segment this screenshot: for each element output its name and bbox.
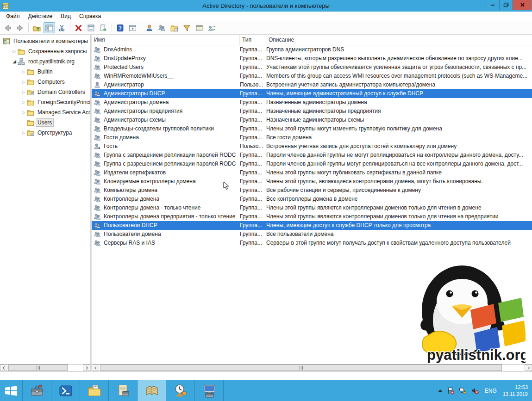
cut-button[interactable]	[56, 22, 68, 33]
tree-expander-icon[interactable]: ▷	[20, 87, 27, 97]
table-row[interactable]: DnsUpdateProxyГруппа...DNS-клиенты, кото…	[92, 54, 532, 63]
table-row[interactable]: Protected UsersГруппа...Участникам этой …	[92, 63, 532, 72]
set-filter-button[interactable]	[181, 22, 193, 33]
restore-button[interactable]	[499, 0, 513, 10]
tree-item-сохраненные-запросы[interactable]: ▷Сохраненные запросы	[0, 46, 90, 56]
tree-expander-icon[interactable]: ◢	[11, 56, 18, 67]
list-scroll-right-button[interactable]	[525, 364, 532, 371]
cell-name: Администраторы предприятия	[92, 107, 240, 116]
ad-users-and-computers-button[interactable]	[138, 380, 166, 401]
new-window-button[interactable]	[127, 22, 138, 33]
tree-item-computers[interactable]: ▷Computers	[0, 77, 90, 87]
list-scroll-left-button[interactable]	[92, 364, 99, 371]
list-scroll-thumb[interactable]	[100, 364, 502, 371]
action-center-button[interactable]	[447, 387, 455, 395]
show-console-tree-button[interactable]	[44, 22, 55, 33]
table-row[interactable]: Группа с разрешением репликации паролей …	[92, 160, 532, 168]
tree-scroll-thumb[interactable]	[8, 364, 68, 371]
up-one-level-button[interactable]	[31, 22, 43, 33]
table-row[interactable]: Администраторы DHCPГруппа...Члены, имеющ…	[92, 89, 532, 98]
tree-item-root.pyatilistnik.org[interactable]: ◢root.pyatilistnik.org	[0, 56, 90, 67]
tree-item-builtin[interactable]: ▷Builtin	[0, 67, 90, 77]
language-indicator[interactable]: ENG	[483, 388, 499, 394]
table-row[interactable]: Администраторы предприятияГруппа...Назна…	[92, 107, 532, 116]
create-group-button[interactable]	[156, 22, 168, 33]
menu-item-2[interactable]: Вид	[56, 12, 75, 20]
tree-item-users[interactable]: Users	[0, 117, 90, 128]
help-icon: ?	[116, 24, 124, 32]
table-row[interactable]: Администраторы схемыГруппа...Назначенные…	[92, 116, 532, 124]
tree-item-foreignsecurityprincipals[interactable]: ▷ForeignSecurityPrincipals	[0, 97, 90, 107]
group-policy-management-button[interactable]	[109, 380, 138, 401]
object-description: DNS-клиенты, которым разрешено выполнять…	[266, 54, 532, 63]
object-type: Группа...	[240, 89, 266, 98]
group-icon	[94, 213, 101, 220]
computer-management-button[interactable]	[195, 380, 224, 401]
table-row[interactable]: Контроллеры домена - только чтениеГруппа…	[92, 204, 532, 212]
file-explorer-button[interactable]	[80, 380, 109, 401]
tree-horizontal-scrollbar[interactable]	[0, 364, 90, 371]
table-row[interactable]: Пользователи DHCPГруппа...Члены, имеющие…	[92, 221, 532, 230]
refresh-membership-button[interactable]	[206, 22, 218, 33]
list-horizontal-scrollbar[interactable]	[92, 364, 532, 371]
server-manager-button[interactable]	[23, 380, 51, 401]
powershell-button[interactable]	[51, 380, 80, 401]
table-row[interactable]: Серверы RAS и IASГруппа...Серверы в этой…	[92, 239, 532, 247]
tree-expander-icon[interactable]: ▷	[20, 67, 27, 77]
tree-scroll-left-button[interactable]	[0, 364, 7, 371]
taskbar-clock[interactable]: 12:53 13.11.2019	[503, 384, 528, 398]
table-row[interactable]: АдминистраторПользо...Встроенная учетная…	[92, 80, 532, 89]
table-row[interactable]: Группа с запрещением репликации паролей …	[92, 151, 532, 160]
start-button[interactable]	[0, 380, 23, 401]
table-row[interactable]: WinRMRemoteWMIUsers__Группа...Members of…	[92, 72, 532, 80]
task-scheduler-button[interactable]	[166, 380, 195, 401]
table-row[interactable]: Контроллеры домена предприятия - только …	[92, 212, 532, 221]
table-row[interactable]: Владельцы-создатели групповой политикиГр…	[92, 124, 532, 133]
tree-item-оргструктура[interactable]: ▷Оргструктура	[0, 128, 90, 138]
tree-item-domain-controllers[interactable]: ▷Domain Controllers	[0, 87, 90, 97]
list-scroll-track[interactable]	[99, 364, 525, 371]
tree-item-пользователи-и-компьютеры[interactable]: Пользователи и компьютеры	[0, 36, 90, 46]
tree-expander-icon[interactable]: ▷	[20, 77, 27, 87]
minimize-button[interactable]	[486, 0, 499, 10]
menu-item-0[interactable]: Файл	[2, 12, 24, 20]
forward-button[interactable]	[14, 22, 26, 33]
table-row[interactable]: Издатели сертификатовГруппа...Члены этой…	[92, 168, 532, 177]
export-list-button[interactable]	[98, 22, 109, 33]
tree-scroll-track[interactable]	[7, 364, 83, 371]
column-header-0[interactable]: Имя	[92, 35, 240, 45]
table-row[interactable]: Пользователи доменаГруппа...Все пользова…	[92, 230, 532, 239]
menu-item-3[interactable]: Справка	[75, 12, 105, 20]
create-ou-button[interactable]	[169, 22, 180, 33]
delete-button[interactable]	[73, 22, 84, 33]
menu-item-1[interactable]: Действие	[24, 12, 57, 20]
title-bar[interactable]: Active Directory - пользователи и компью…	[0, 0, 532, 12]
tree-expander-icon[interactable]: ▷	[20, 128, 27, 138]
tree-item-managed-service-accounts[interactable]: ▷Managed Service Accounts	[0, 107, 90, 117]
tray-expand-chevron-icon[interactable]	[438, 389, 443, 392]
tree-expander-icon[interactable]: ▷	[20, 107, 27, 117]
tree-expander-icon[interactable]: ▷	[20, 97, 27, 107]
view-options-button[interactable]	[194, 22, 205, 33]
column-header-1[interactable]: Тип	[240, 35, 266, 45]
table-row[interactable]: DnsAdminsГруппа...Группа администраторов…	[92, 45, 532, 54]
table-row[interactable]: Гости доменаГруппа...Все гости домена	[92, 133, 532, 142]
object-name: Гость	[104, 142, 118, 151]
properties-button[interactable]	[85, 22, 97, 33]
volume-muted-button[interactable]	[471, 387, 479, 395]
console-root-icon	[3, 37, 12, 45]
close-button[interactable]	[513, 0, 532, 10]
table-row[interactable]: Администраторы доменаГруппа...Назначенны…	[92, 98, 532, 107]
object-type: Группа...	[240, 54, 266, 63]
table-row[interactable]: Клонируемые контроллеры доменаГруппа...Ч…	[92, 177, 532, 186]
column-header-2[interactable]: Описание	[266, 35, 532, 45]
help-button[interactable]: ?	[114, 22, 126, 33]
back-button[interactable]	[2, 22, 13, 33]
create-user-button[interactable]	[144, 22, 155, 33]
table-row[interactable]: Компьютеры доменаГруппа...Все рабочие ст…	[92, 186, 532, 195]
tree-scroll-right-button[interactable]	[83, 364, 90, 371]
table-row[interactable]: ГостьПользо...Встроенная учетная запись …	[92, 142, 532, 151]
network-status-button[interactable]	[459, 387, 467, 395]
table-row[interactable]: Контроллеры доменаГруппа...Все контролле…	[92, 195, 532, 204]
tree-expander-icon[interactable]: ▷	[11, 46, 18, 56]
